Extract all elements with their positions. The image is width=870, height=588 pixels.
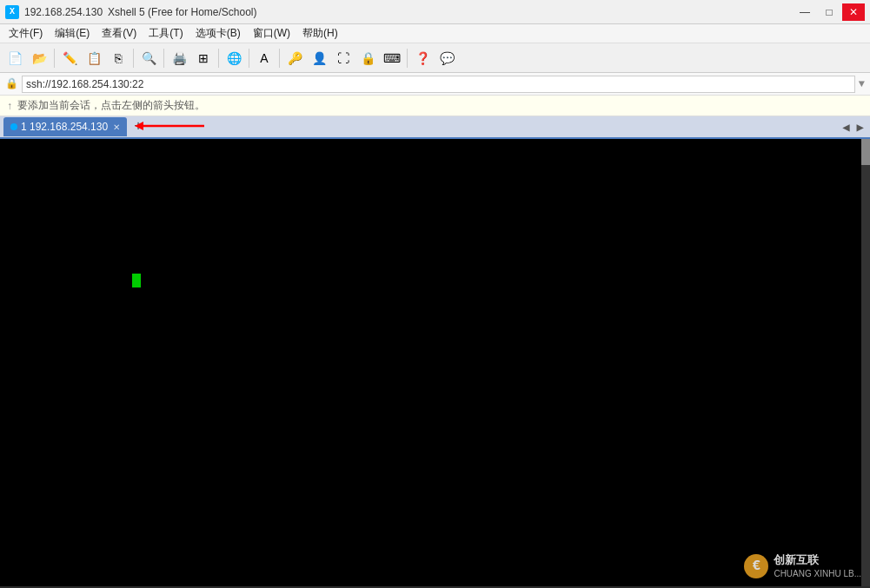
address-lock-icon: 🔒 [5,77,18,90]
title-bar: X 192.168.254.130 Xshell 5 (Free for Hom… [0,0,870,24]
tab-label: 1 192.168.254.130 [21,121,108,133]
toolbar-keyboard[interactable]: ⌨ [381,47,403,69]
menu-tools[interactable]: 工具(T) [143,25,188,42]
title-app: Xshell 5 (Free for Home/School) [108,6,256,18]
toolbar-copy[interactable]: ⎘ [107,47,130,69]
toolbar-agent[interactable]: 👤 [308,47,330,69]
watermark: € 创新互联 CHUANG XINHU LB... [744,553,861,579]
term-line-5: with Zend OPcache v7.0.33, Copyright (c)… [7,228,854,248]
toolbar-key[interactable]: 🔑 [283,47,306,69]
arrow-indicator [135,118,239,132]
menu-file[interactable]: 文件(F) [3,25,48,42]
menu-edit[interactable]: 编辑(E) [50,25,95,42]
close-button[interactable]: ✕ [842,3,865,21]
toolbar-print2[interactable]: ⊞ [192,47,215,69]
term-line-6: es [7,248,854,269]
sep3 [163,49,164,68]
terminal-wrapper: [root@kaka /]# php -v PHP 7.0.33 (cli) (… [0,139,870,586]
sep1 [54,49,55,68]
title-bar-left: X 192.168.254.130 Xshell 5 (Free for Hom… [5,5,257,19]
toolbar-paste[interactable]: 📋 [83,47,105,69]
tab-prev-arrow[interactable]: ◀ [840,120,852,135]
sep5 [249,49,249,68]
toolbar-edit[interactable]: ✏️ [58,47,81,69]
term-line-1: [root@kaka /]# php -v [7,144,854,165]
svg-marker-1 [135,122,143,130]
info-text: 要添加当前会话，点击左侧的箭头按钮。 [17,98,205,113]
scrollbar-thumb[interactable] [861,139,870,165]
title-ip: 192.168.254.130 [24,6,103,18]
sep6 [279,49,280,68]
info-arrow-icon: ↑ [7,100,12,112]
info-bar: ↑ 要添加当前会话，点击左侧的箭头按钮。 [0,96,870,116]
watermark-sub: CHUANG XINHU LB... [774,568,861,579]
toolbar-info[interactable]: 💬 [435,47,458,69]
watermark-text: 创新互联 CHUANG XINHU LB... [774,553,861,579]
term-line-2: PHP 7.0.33 (cli) (built: Dec 6 2018 22:3… [7,165,854,186]
tab-nav-controls: ◀ ▶ [840,120,867,135]
toolbar-globe[interactable]: 🌐 [222,47,245,69]
watermark-main: 创新互联 [774,553,861,568]
tab-bar: 1 192.168.254.130 ✕ + ◀ ▶ [0,116,870,139]
toolbar: 📄 📂 ✏️ 📋 ⎘ 🔍 🖨️ ⊞ 🌐 A 🔑 👤 ⛶ 🔒 ⌨ ❓ 💬 [0,43,870,73]
term-line-3: Copyright (c) 1997-2017 The PHP Group [7,186,854,207]
term-line-4: Zend Engine v3.0.0, Copyright (c) 1998-2… [7,207,854,228]
terminal[interactable]: [root@kaka /]# php -v PHP 7.0.33 (cli) (… [0,139,861,586]
toolbar-new[interactable]: 📄 [3,47,26,69]
minimize-button[interactable]: — [794,3,816,21]
toolbar-font[interactable]: A [253,47,276,69]
menu-bar: 文件(F) 编辑(E) 查看(V) 工具(T) 选项卡(B) 窗口(W) 帮助(… [0,24,870,43]
toolbar-lock[interactable]: 🔒 [356,47,379,69]
toolbar-help[interactable]: ❓ [411,47,434,69]
menu-help[interactable]: 帮助(H) [297,25,343,42]
toolbar-open[interactable]: 📂 [28,47,50,69]
menu-view[interactable]: 查看(V) [96,25,142,42]
toolbar-search[interactable]: 🔍 [137,47,160,69]
sep2 [133,49,134,68]
menu-window[interactable]: 窗口(W) [248,25,296,42]
maximize-button[interactable]: □ [818,3,840,21]
address-input[interactable] [22,76,855,93]
scrollbar[interactable] [861,139,870,586]
menu-tabs[interactable]: 选项卡(B) [190,25,246,42]
tab-session[interactable]: 1 192.168.254.130 ✕ [3,117,127,136]
sep4 [218,49,219,68]
toolbar-print[interactable]: 🖨️ [168,47,190,69]
tab-close-icon[interactable]: ✕ [113,122,120,132]
app-icon: X [5,5,19,19]
address-bar: 🔒 ▼ [0,73,870,96]
tab-next-arrow[interactable]: ▶ [854,120,867,135]
cursor [132,274,141,287]
term-line-prompt: [root@kaka /]# [7,269,854,290]
window-controls: — □ ✕ [794,3,865,21]
toolbar-fullscreen[interactable]: ⛶ [332,47,355,69]
tab-active-dot [10,123,17,130]
watermark-logo: € [744,554,768,578]
address-dropdown-icon[interactable]: ▼ [859,78,865,90]
sep7 [407,49,408,68]
